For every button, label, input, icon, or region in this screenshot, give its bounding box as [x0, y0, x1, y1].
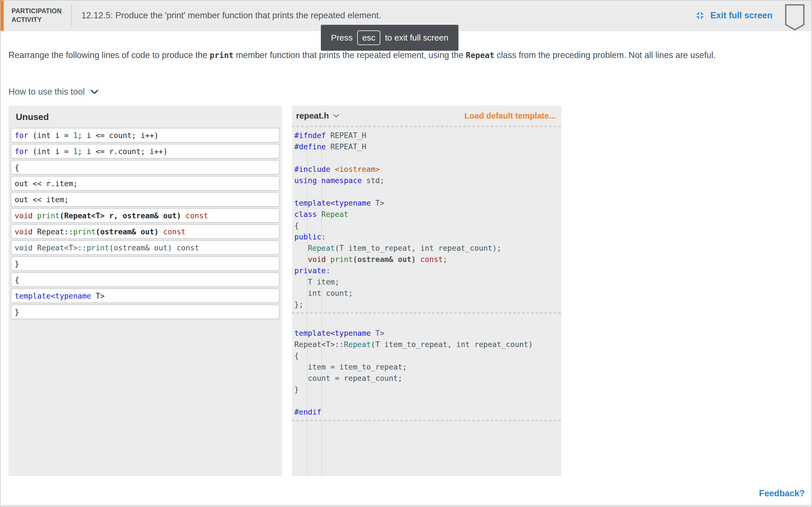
code-token: { [15, 163, 19, 172]
code-token: } [294, 385, 299, 394]
editor-sections: #ifndef REPEAT_H#define REPEAT_H #includ… [292, 126, 561, 421]
code-token: count = repeat_count; [294, 374, 402, 383]
blank-line [294, 187, 299, 196]
code-token: T item; [294, 277, 340, 286]
code-token [331, 165, 335, 173]
code-line[interactable]: void Repeat<T>::print(ostream& out) cons… [11, 240, 280, 255]
code-token: { [294, 351, 299, 360]
code-token [159, 227, 163, 236]
bookmark-icon[interactable] [785, 4, 805, 32]
code-token: ; [443, 255, 448, 264]
code-line[interactable]: void Repeat::print(ostream& out) const [11, 224, 280, 239]
code-row: class Repeat [292, 209, 561, 220]
code-token: }; [294, 300, 303, 309]
code-line[interactable]: } [11, 304, 280, 319]
code-token: item = item_to_repeat; [294, 362, 407, 371]
participation-activity-badge: PARTICIPATION ACTIVITY [11, 7, 62, 24]
code-token: T> [91, 291, 105, 300]
editor-header: repeat.h Load default template... [292, 106, 561, 126]
code-token: } [15, 307, 19, 316]
code-row: using namespace std; [292, 175, 561, 186]
code-drop-section[interactable]: #ifndef REPEAT_H#define REPEAT_H #includ… [292, 127, 561, 313]
code-token: (int i = [28, 147, 73, 156]
code-token: class [294, 210, 317, 219]
code-token [294, 255, 308, 264]
code-row: item = item_to_repeat; [292, 361, 561, 372]
code-token [294, 244, 308, 252]
toast-text: to exit full screen [385, 33, 448, 43]
code-line[interactable]: for (int i = 1; i <= count; i++) [11, 128, 280, 143]
code-token: (int i = [28, 131, 73, 140]
code-line[interactable]: { [11, 272, 280, 287]
blank-line [294, 318, 299, 326]
code-token: #define [294, 142, 326, 151]
code-token: std; [362, 176, 384, 185]
code-token: #ifndef [294, 131, 326, 140]
code-row: private: [292, 265, 561, 276]
code-line[interactable]: for (int i = 1; i <= r.count; i++) [11, 144, 280, 159]
code-token: print [37, 211, 60, 220]
inline-code-print: print [210, 51, 234, 60]
code-line[interactable]: } [11, 256, 280, 271]
load-default-template-link[interactable]: Load default template... [464, 111, 556, 121]
code-line[interactable]: template<typename T> [11, 288, 280, 303]
code-token: using [294, 176, 317, 185]
code-token: (ostream& out) [96, 227, 158, 236]
exit-fullscreen-button[interactable]: Exit full screen [695, 10, 772, 21]
code-row: { [292, 220, 561, 231]
code-token [317, 176, 321, 185]
code-token: print [87, 243, 109, 252]
instruction-text: class from the preceding problem. Not al… [494, 50, 716, 60]
code-token: out << r.item; [15, 179, 78, 188]
code-token: private [294, 266, 326, 275]
toast-text: Press [331, 33, 353, 43]
code-row: T item; [292, 276, 561, 287]
code-token: const [163, 227, 186, 236]
code-line[interactable]: { [11, 160, 280, 175]
how-to-use-tool-toggle[interactable]: How to use this tool [8, 87, 98, 97]
code-token [181, 211, 186, 220]
code-token: ; i <= r.count; i++) [78, 147, 167, 156]
code-token: Repeat [308, 244, 335, 252]
code-token: } [15, 260, 19, 268]
exit-fullscreen-label: Exit full screen [710, 10, 772, 20]
code-token: (ostream& out) const [109, 243, 199, 252]
code-token: template<typename [294, 199, 371, 207]
code-line[interactable]: out << r.item; [11, 176, 280, 191]
code-token: public [294, 232, 321, 241]
chevron-down-icon [333, 114, 339, 118]
code-row: template<typename T> [292, 197, 561, 209]
badge-line: PARTICIPATION [11, 7, 62, 15]
feedback-link[interactable]: Feedback? [759, 489, 805, 499]
code-token: T> [371, 199, 384, 207]
code-token: 1 [73, 147, 78, 156]
code-token: : [321, 232, 326, 241]
code-token: int count; [294, 289, 353, 297]
code-token: for [15, 147, 28, 156]
code-row: count = repeat_count; [292, 372, 561, 384]
code-row: public: [292, 231, 561, 242]
footer-strip [0, 505, 812, 507]
inline-code-repeat: Repeat [466, 51, 494, 60]
code-token: (ostream& out) [353, 255, 416, 264]
code-token: #include [294, 165, 331, 173]
code-row [292, 186, 561, 197]
filename-dropdown[interactable]: repeat.h [296, 111, 339, 121]
code-line[interactable]: out << item; [11, 192, 280, 207]
code-token: void [15, 211, 33, 220]
code-token: out << item; [15, 195, 68, 204]
code-token: { [294, 221, 299, 230]
code-drop-section[interactable]: template<typename T>Repeat<T>::Repeat(T … [292, 314, 561, 420]
code-row [292, 395, 561, 406]
code-token: 1 [73, 131, 78, 140]
code-row: Repeat<T>::Repeat(T item_to_repeat, int … [292, 339, 561, 350]
how-to-label: How to use this tool [8, 87, 85, 97]
code-line[interactable]: void print(Repeat<T> r, ostream& out) co… [11, 208, 280, 223]
unused-panel: Unused for (int i = 1; i <= count; i++)f… [8, 106, 282, 476]
code-row [292, 152, 561, 163]
code-token: Repeat<T>:: [294, 340, 344, 349]
code-token: void [308, 255, 326, 264]
code-token: Repeat [344, 340, 371, 349]
code-token: (T item_to_repeat, int repeat_count); [335, 244, 501, 252]
page: PARTICIPATION ACTIVITY 12.12.5: Produce … [0, 0, 812, 507]
